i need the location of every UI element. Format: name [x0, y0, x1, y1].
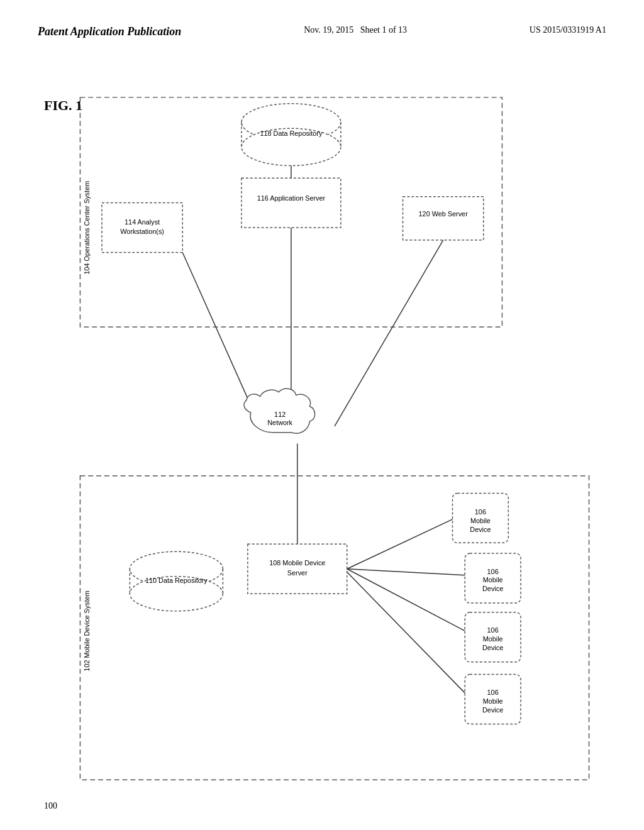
header-sheet: Sheet 1 of 13 [360, 25, 407, 35]
mobile-device-server-label1: 108 Mobile Device [269, 559, 325, 567]
header-date: Nov. 19, 2015 [304, 25, 353, 35]
line-mds-to-md1 [347, 519, 453, 569]
mobile-device-3-label1: 106 [487, 626, 499, 634]
web-server-box [403, 197, 484, 240]
mobile-device-system-border [80, 476, 589, 780]
page: Patent Application Publication Nov. 19, … [0, 0, 644, 830]
network-cloud: 112 Network [244, 389, 315, 433]
mobile-device-system-label: 102 Mobile Device System [83, 590, 91, 671]
data-repository-bottom-label: 110 Data Repository [145, 577, 208, 584]
mobile-device-server-label2: Server [287, 569, 308, 577]
header: Patent Application Publication Nov. 19, … [38, 25, 606, 38]
mobile-device-3-label2: Mobile [483, 635, 503, 643]
application-server-box [242, 178, 341, 228]
mobile-device-1-label3: Device [470, 526, 491, 533]
application-server-label1: 116 Application Server [257, 194, 326, 202]
diagram-svg: 104 Operations Center System 114 Analyst… [63, 91, 606, 792]
mobile-device-1-label2: Mobile [470, 517, 491, 524]
network-label1: 112 [274, 411, 286, 418]
header-title: Patent Application Publication [38, 25, 181, 38]
line-webserver-to-network [335, 240, 443, 426]
network-label2: Network [267, 419, 292, 426]
line-mds-to-md2 [347, 569, 465, 575]
header-pub-number: US 2015/0331919 A1 [530, 25, 606, 35]
header-center: Nov. 19, 2015 Sheet 1 of 13 [304, 25, 407, 35]
operations-center-label: 104 Operations Center System [83, 181, 91, 275]
mobile-device-2-label1: 106 [487, 568, 499, 575]
mobile-device-1-label1: 106 [475, 508, 486, 516]
data-repository-top-label: 118 Data Repository [260, 130, 322, 137]
line-mds-to-md3 [347, 569, 465, 631]
line-mds-to-md4 [347, 572, 465, 693]
mobile-device-4-label2: Mobile [483, 697, 503, 705]
mobile-device-4-label1: 106 [487, 689, 499, 696]
mobile-device-3-label3: Device [482, 644, 503, 651]
mobile-device-2-label2: Mobile [483, 576, 503, 584]
mobile-device-2-label3: Device [482, 585, 503, 592]
analyst-workstation-label2: Workstation(s) [120, 228, 164, 235]
web-server-label1: 120 Web Server [419, 210, 469, 218]
page-number: 100 [44, 801, 57, 811]
mobile-device-4-label3: Device [482, 706, 503, 714]
diagram: 104 Operations Center System 114 Analyst… [63, 91, 606, 792]
analyst-workstation-label1: 114 Analyst [125, 218, 160, 226]
